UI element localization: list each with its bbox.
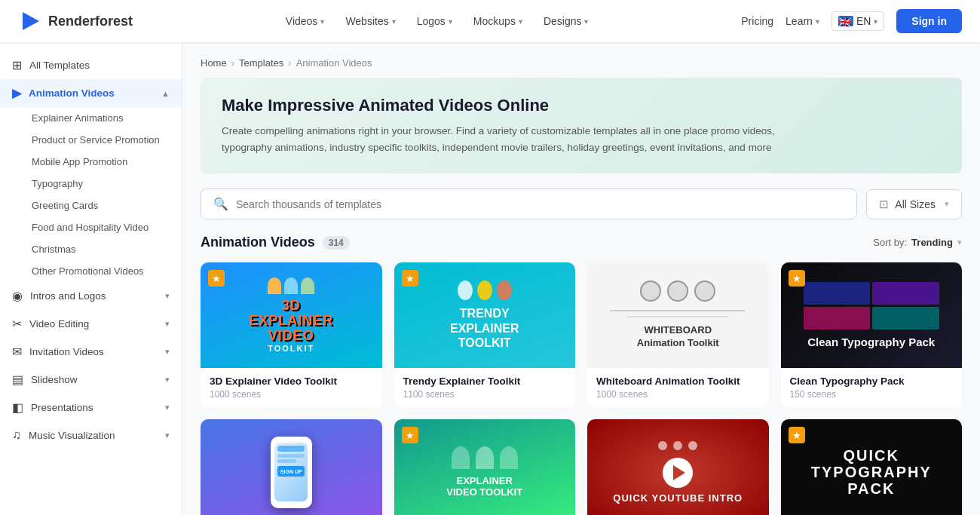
sidebar-item-intros[interactable]: ◉ Intros and Logos ▾ xyxy=(0,282,182,310)
hero-title: Make Impressive Animated Videos Online xyxy=(222,96,941,115)
nav-designs-arrow: ▾ xyxy=(584,17,588,26)
animation-chevron: ▲ xyxy=(161,89,170,98)
card-2-info: Trendy Explainer Toolkit 1100 scenes xyxy=(394,368,576,407)
template-card-trendy[interactable]: TRENDYEXPLAINERTOOLKIT ★ Trendy Explaine… xyxy=(394,262,576,407)
flag-icon: 🇬🇧 xyxy=(838,16,853,26)
card-1-title: 3D Explainer Video Toolkit xyxy=(210,376,373,387)
nav-logos[interactable]: Logos ▾ xyxy=(408,9,461,33)
logo[interactable]: Renderforest xyxy=(18,9,133,33)
card-trendy-visual: TRENDYEXPLAINERTOOLKIT xyxy=(394,262,576,368)
template-card-explainer2[interactable]: EXPLAINERVIDEO TOOLKIT ★ Explainer Video… xyxy=(394,419,576,515)
youtube-play-icon xyxy=(673,465,685,480)
nav-videos[interactable]: Videos ▾ xyxy=(277,9,334,33)
card-thumb-whiteboard: WHITEBOARDAnimation Toolkit xyxy=(587,262,769,368)
hero-description: Create compelling animations right in yo… xyxy=(222,123,787,155)
card-thumb-3d: 3DEXPLAINERVIDEO TOOLKIT ★ xyxy=(201,262,382,368)
card-youtube-visual: QUICK YOUTUBE INTRO xyxy=(587,419,769,515)
invitation-chevron: ▾ xyxy=(165,347,170,357)
sort-control[interactable]: Sort by: Trending ▾ xyxy=(873,237,962,248)
breadcrumb-templates[interactable]: Templates xyxy=(239,57,283,69)
card-3d-sub: TOOLKIT xyxy=(268,344,314,353)
card-3-info: Whiteboard Animation Toolkit 1000 scenes xyxy=(587,368,769,407)
invitation-icon: ✉ xyxy=(12,345,22,359)
sidebar-item-presentations[interactable]: ◧ Presentations ▾ xyxy=(0,394,182,422)
sidebar-sub-typography[interactable]: Typography xyxy=(32,173,182,195)
breadcrumb-sep-1: › xyxy=(231,57,234,69)
lang-arrow: ▾ xyxy=(874,17,877,26)
card-3d-visual: 3DEXPLAINERVIDEO TOOLKIT xyxy=(201,262,382,368)
section-title-wrap: Animation Videos 314 xyxy=(201,235,350,250)
sidebar-item-music[interactable]: ♫ Music Visualization ▾ xyxy=(0,422,182,449)
slideshow-chevron: ▾ xyxy=(165,375,170,385)
card-clean-typo-visual: Clean Typography Pack xyxy=(781,262,963,368)
sidebar-sub-greeting[interactable]: Greeting Cards xyxy=(32,195,182,216)
music-chevron: ▾ xyxy=(165,431,170,440)
nav-videos-arrow: ▾ xyxy=(320,17,324,26)
card-4-badge: ★ xyxy=(789,270,805,287)
search-input[interactable] xyxy=(236,198,844,210)
nav-logos-arrow: ▾ xyxy=(449,17,452,26)
template-card-whiteboard[interactable]: WHITEBOARDAnimation Toolkit Whiteboard A… xyxy=(587,262,769,407)
search-bar: 🔍 ⊡ All Sizes ▾ xyxy=(201,189,962,219)
animation-icon: ▶ xyxy=(12,86,21,100)
sidebar-sub-other[interactable]: Other Promotional Videos xyxy=(32,260,182,282)
card-1-scenes: 1000 scenes xyxy=(210,389,373,400)
card-thumb-trendy: TRENDYEXPLAINERTOOLKIT ★ xyxy=(394,262,576,368)
card-quicktypo-title: QUICKTYPOGRAPHYPACK xyxy=(811,447,932,497)
breadcrumb-current: Animation Videos xyxy=(296,57,372,69)
video-editing-chevron: ▾ xyxy=(165,319,170,329)
sidebar-item-video-editing[interactable]: ✂ Video Editing ▾ xyxy=(0,310,182,338)
size-filter[interactable]: ⊡ All Sizes ▾ xyxy=(866,189,962,219)
template-card-clean-typo[interactable]: Clean Typography Pack ★ Clean Typography… xyxy=(781,262,963,407)
video-editing-icon: ✂ xyxy=(12,317,22,331)
sidebar-sub-food[interactable]: Food and Hospitality Video xyxy=(32,216,182,238)
sidebar-sub-christmas[interactable]: Christmas xyxy=(32,238,182,260)
youtube-text: QUICK YOUTUBE INTRO xyxy=(613,492,743,504)
slideshow-icon: ▤ xyxy=(12,372,23,387)
card-2-badge: ★ xyxy=(402,270,418,287)
nav-designs[interactable]: Designs ▾ xyxy=(534,9,598,33)
youtube-play-button xyxy=(663,458,693,488)
presentations-icon: ◧ xyxy=(12,400,23,415)
card-clean-typo-title: Clean Typography Pack xyxy=(807,336,935,349)
sidebar-sub-explainer[interactable]: Explainer Animations xyxy=(32,107,182,129)
sidebar-item-invitation[interactable]: ✉ Invitation Videos ▾ xyxy=(0,338,182,366)
grid-icon: ⊞ xyxy=(12,58,22,72)
language-selector[interactable]: 🇬🇧 EN ▾ xyxy=(831,11,884,31)
section-count-badge: 314 xyxy=(323,236,350,250)
intros-chevron: ▾ xyxy=(165,291,170,301)
card-quicktypo-visual: QUICKTYPOGRAPHYPACK xyxy=(781,419,963,515)
card-explainer2-title: EXPLAINERVIDEO TOOLKIT xyxy=(446,475,522,498)
card-mobile-visual: SIGN UP xyxy=(201,419,382,515)
card-whiteboard-title: WHITEBOARDAnimation Toolkit xyxy=(637,324,719,350)
main-nav: Videos ▾ Websites ▾ Logos ▾ Mockups ▾ De… xyxy=(277,9,598,33)
card-2-scenes: 1100 scenes xyxy=(403,389,567,400)
pricing-link[interactable]: Pricing xyxy=(741,15,773,27)
breadcrumb: Home › Templates › Animation Videos xyxy=(201,57,962,69)
nav-mockups-arrow: ▾ xyxy=(519,17,522,26)
sidebar-sub-product[interactable]: Product or Service Promotion xyxy=(32,129,182,151)
section-title: Animation Videos xyxy=(201,235,315,250)
card-thumb-clean-typo: Clean Typography Pack ★ xyxy=(781,262,963,368)
card-3-scenes: 1000 scenes xyxy=(596,389,760,400)
sidebar-item-slideshow[interactable]: ▤ Slideshow ▾ xyxy=(0,366,182,394)
header-right: Pricing Learn ▾ 🇬🇧 EN ▾ Sign in xyxy=(741,9,962,33)
sidebar-item-animation-videos[interactable]: ▶ Animation Videos ▲ xyxy=(0,79,182,107)
nav-mockups[interactable]: Mockups ▾ xyxy=(464,9,531,33)
template-card-youtube[interactable]: QUICK YOUTUBE INTRO Quick YouTube Intro … xyxy=(587,419,769,515)
card-trendy-title: TRENDYEXPLAINERTOOLKIT xyxy=(450,306,519,350)
sidebar-item-all-templates[interactable]: ⊞ All Templates xyxy=(0,51,182,79)
template-card-mobile-app[interactable]: SIGN UP Mobile App Promo 250 scenes xyxy=(201,419,382,515)
learn-button[interactable]: Learn ▾ xyxy=(786,15,819,27)
card-thumb-mobile: SIGN UP xyxy=(201,419,382,515)
layout: ⊞ All Templates ▶ Animation Videos ▲ Exp… xyxy=(0,42,980,515)
sidebar-sub-mobile[interactable]: Mobile App Promotion xyxy=(32,151,182,173)
card-4-title: Clean Typography Pack xyxy=(790,376,954,387)
sign-in-button[interactable]: Sign in xyxy=(896,9,962,33)
template-card-3d-explainer[interactable]: 3DEXPLAINERVIDEO TOOLKIT ★ 3D Explainer … xyxy=(201,262,382,407)
template-card-quick-typo[interactable]: QUICKTYPOGRAPHYPACK ★ Quick Typography P… xyxy=(781,419,963,515)
card-whiteboard-visual: WHITEBOARDAnimation Toolkit xyxy=(587,262,769,368)
nav-websites[interactable]: Websites ▾ xyxy=(336,9,404,33)
card-4-info: Clean Typography Pack 150 scenes xyxy=(781,368,963,407)
breadcrumb-home[interactable]: Home xyxy=(201,57,227,69)
